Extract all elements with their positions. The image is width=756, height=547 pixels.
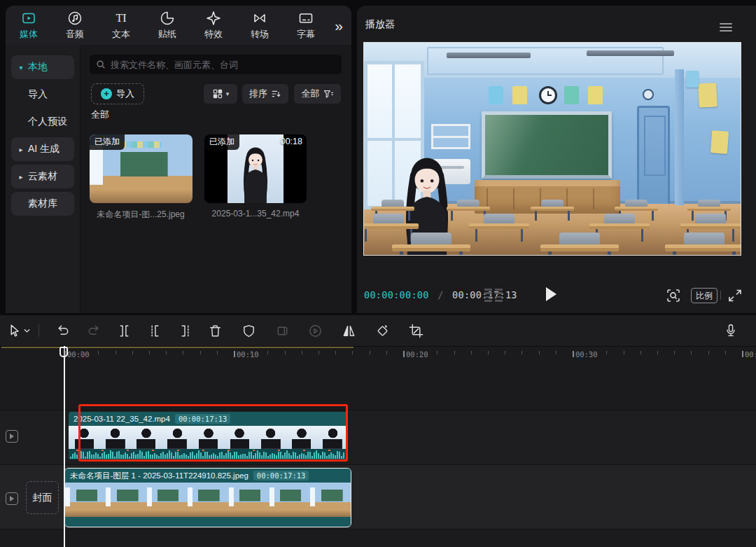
wall-poster bbox=[489, 86, 503, 104]
filter-button[interactable]: 全部 bbox=[294, 84, 341, 104]
preview-zoom-fit-button[interactable] bbox=[665, 287, 682, 304]
timeline-clip-image[interactable]: 未命名项目-图层 1 - 2025-03-11T224910.825.jpeg … bbox=[64, 468, 351, 527]
mask-button[interactable] bbox=[239, 321, 258, 340]
duration-badge: 00:18 bbox=[281, 137, 302, 146]
crop-icon bbox=[408, 323, 424, 339]
tab-sticker[interactable]: 贴纸 bbox=[144, 6, 190, 45]
timeline-ruler[interactable]: 00:0000:1000:2000:3000:40 bbox=[0, 346, 756, 364]
trim-left-button[interactable] bbox=[145, 321, 164, 340]
added-badge: 已添加 bbox=[204, 134, 239, 150]
wall-poster bbox=[686, 71, 699, 88]
import-button[interactable]: + 导入 bbox=[91, 83, 144, 104]
trim-right-button[interactable] bbox=[175, 321, 195, 340]
sort-label: 排序 bbox=[249, 88, 267, 100]
music-note-icon bbox=[66, 10, 83, 27]
rotate-button[interactable] bbox=[372, 321, 392, 340]
tab-effects[interactable]: 特效 bbox=[190, 6, 237, 45]
tab-text[interactable]: TI 文本 bbox=[98, 6, 144, 45]
clip-filmstrip-video bbox=[69, 426, 348, 449]
sidebar-item-label: 本地 bbox=[28, 61, 48, 74]
sidebar-item-asset-library[interactable]: 素材库 bbox=[11, 192, 74, 216]
playhead-handle[interactable] bbox=[59, 347, 68, 357]
wall-poster bbox=[564, 86, 579, 104]
view-mode-button[interactable]: ▾ bbox=[204, 84, 237, 104]
clip-header: 2025-03-11 22_35_42.mp4 00:00:17:13 bbox=[69, 412, 348, 426]
overlap-frames-icon bbox=[274, 323, 290, 339]
media-item-girl-video[interactable]: 已添加 00:18 bbox=[204, 134, 307, 203]
media-item-name: 2025-03-1...35_42.mp4 bbox=[200, 209, 312, 219]
tab-label: 贴纸 bbox=[158, 28, 176, 41]
filter-label: 全部 bbox=[302, 88, 320, 100]
freeze-frame-button[interactable] bbox=[272, 321, 292, 340]
tab-label: 特效 bbox=[204, 28, 223, 41]
search-box bbox=[90, 55, 342, 74]
wall-poster bbox=[698, 83, 718, 107]
playhead[interactable] bbox=[64, 346, 65, 547]
classroom-desk bbox=[531, 207, 574, 221]
cursor-tool-dropdown[interactable] bbox=[21, 321, 32, 340]
delete-button[interactable] bbox=[205, 321, 225, 340]
voiceover-record-button[interactable] bbox=[721, 321, 741, 340]
timeline-clip-video[interactable]: 2025-03-11 22_35_42.mp4 00:00:17:13 bbox=[69, 412, 348, 459]
media-item-classroom-image[interactable]: 已添加 bbox=[90, 134, 192, 203]
search-input[interactable] bbox=[90, 55, 342, 74]
sidebar-item-cloud-assets[interactable]: ▸ 云素材 bbox=[11, 165, 74, 188]
player-title: 播放器 bbox=[365, 18, 395, 31]
tab-transition[interactable]: 转场 bbox=[237, 6, 283, 45]
clip-name: 2025-03-11 22_35_42.mp4 bbox=[74, 415, 170, 423]
media-panel: 媒体 音频 TI 文本 贴纸 特效 转场 bbox=[6, 6, 351, 313]
timeline-panel: 00:0000:1000:2000:3000:40 封面 2025-03-11 … bbox=[0, 315, 756, 547]
plus-icon: + bbox=[101, 88, 112, 99]
clip-name: 未命名项目-图层 1 - 2025-03-11T224910.825.jpeg bbox=[70, 471, 248, 481]
fullscreen-button[interactable] bbox=[727, 287, 743, 304]
shield-icon bbox=[241, 323, 257, 339]
ceiling-light bbox=[587, 50, 674, 56]
play-button[interactable] bbox=[546, 287, 556, 301]
sidebar-item-import[interactable]: 导入 bbox=[11, 83, 74, 106]
player-menu-icon[interactable] bbox=[720, 21, 732, 34]
preview-viewport[interactable] bbox=[363, 42, 741, 256]
duration-range-indicator bbox=[1, 347, 354, 348]
fullscreen-expand-icon bbox=[727, 287, 743, 304]
split-clip-button[interactable] bbox=[114, 321, 134, 340]
sidebar-item-local[interactable]: ▾ 本地 bbox=[11, 55, 74, 79]
video-track-toggle-icon[interactable] bbox=[6, 430, 18, 443]
crop-button[interactable] bbox=[406, 321, 426, 340]
sidebar-item-label: 云素材 bbox=[28, 170, 57, 183]
sidebar-item-ai-generate[interactable]: ▸ AI 生成 bbox=[11, 137, 74, 161]
current-time: 00:00:00:00 bbox=[364, 289, 429, 300]
clip-header: 未命名项目-图层 1 - 2025-03-11T224910.825.jpeg … bbox=[65, 469, 351, 483]
wall-poster bbox=[588, 86, 603, 104]
timeline-toolbar bbox=[0, 315, 756, 347]
wall-pillar bbox=[675, 69, 684, 205]
microphone-icon bbox=[723, 323, 738, 338]
undo-button[interactable] bbox=[53, 321, 73, 340]
tab-audio[interactable]: 音频 bbox=[52, 6, 98, 45]
divider bbox=[38, 324, 39, 337]
tab-media[interactable]: 媒体 bbox=[6, 6, 52, 45]
tabbar-expand-button[interactable]: » bbox=[332, 15, 346, 36]
redo-button[interactable] bbox=[83, 321, 103, 340]
image-track-toggle-icon[interactable] bbox=[6, 492, 18, 505]
mirror-button[interactable] bbox=[339, 321, 358, 340]
time-separator: / bbox=[438, 289, 443, 300]
play-circle-icon bbox=[307, 323, 323, 339]
aspect-ratio-button[interactable]: 比例 bbox=[691, 288, 718, 303]
filter-funnel-icon bbox=[323, 88, 334, 99]
classroom-desk bbox=[665, 244, 741, 256]
tab-captions[interactable]: 字幕 bbox=[283, 6, 329, 45]
chevron-down-icon bbox=[23, 327, 31, 335]
search-icon bbox=[96, 60, 106, 69]
sort-button[interactable]: 排序 bbox=[242, 84, 288, 104]
sidebar-item-presets[interactable]: 个人预设 bbox=[11, 110, 74, 134]
clip-list-icon[interactable] bbox=[484, 289, 503, 302]
import-label: 导入 bbox=[116, 88, 134, 100]
sidebar-item-label: 个人预设 bbox=[28, 116, 67, 128]
grid-view-icon bbox=[212, 88, 223, 99]
smart-play-button[interactable] bbox=[305, 321, 325, 340]
wall-poster bbox=[710, 130, 729, 154]
added-badge: 已添加 bbox=[90, 134, 125, 150]
sparkle-star-icon bbox=[205, 10, 222, 27]
bowtie-transition-icon bbox=[251, 10, 268, 27]
cover-button[interactable]: 封面 bbox=[26, 481, 59, 514]
